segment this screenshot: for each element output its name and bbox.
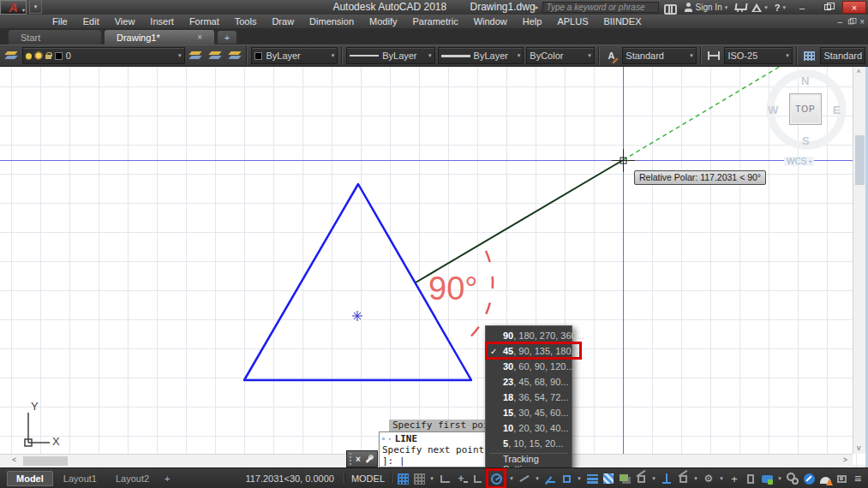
object-snap-button[interactable]: [559, 471, 574, 486]
annotation-scale-button[interactable]: +: [727, 471, 742, 486]
lineweight-dropdown[interactable]: ByLayer ▾: [438, 47, 524, 64]
vertical-scroll-thumb[interactable]: [855, 135, 865, 185]
search-expand-icon[interactable]: ▸: [536, 3, 539, 11]
menu-parametric[interactable]: Parametric: [404, 15, 465, 28]
wcs-dropdown[interactable]: WCS ▾: [784, 157, 814, 166]
menu-view[interactable]: View: [107, 15, 143, 28]
layer-properties-button[interactable]: [3, 47, 20, 64]
menu-item-90[interactable]: 90, 180, 270, 360...: [486, 328, 572, 343]
minimize-button[interactable]: –: [791, 1, 813, 14]
tab-model[interactable]: Model: [7, 471, 53, 486]
app-store-button[interactable]: [733, 1, 746, 14]
menu-item-45[interactable]: ✓ 45, 90, 135, 180...: [486, 343, 572, 359]
hardware-acceleration-button[interactable]: [801, 471, 817, 486]
plot-style-dropdown[interactable]: ByColor ▾: [526, 47, 594, 64]
tab-layout2[interactable]: Layout2: [107, 472, 158, 485]
tab-layout1[interactable]: Layout1: [55, 472, 105, 485]
text-style-button[interactable]: A: [603, 47, 620, 64]
lockui-flyout-button[interactable]: ▾: [775, 471, 784, 486]
menu-item-5[interactable]: 5, 10, 15, 20...: [486, 436, 572, 451]
snap-flyout-button[interactable]: ▾: [428, 471, 436, 486]
polar-flyout-button[interactable]: ▾: [507, 471, 516, 486]
lock-ui-button[interactable]: [759, 471, 775, 486]
menu-tools[interactable]: Tools: [227, 15, 265, 28]
menu-window[interactable]: Window: [466, 15, 515, 28]
doc-close-button[interactable]: ×: [859, 17, 865, 27]
command-window[interactable]: ▾ LINE Specify next point or [ ]: |: [379, 431, 495, 467]
dynamic-ucs-button[interactable]: [659, 471, 674, 486]
workspace-flyout-button[interactable]: ▾: [717, 471, 726, 486]
3dosnap-flyout-button[interactable]: ▾: [650, 471, 658, 486]
menu-dimension[interactable]: Dimension: [302, 15, 362, 28]
close-icon[interactable]: ×: [356, 455, 361, 464]
menu-help[interactable]: Help: [515, 15, 550, 28]
workspace-switching-button[interactable]: ⚙: [701, 471, 716, 486]
text-style-dropdown[interactable]: Standard ▾: [622, 47, 696, 64]
menu-modify[interactable]: Modify: [362, 15, 404, 28]
clean-screen-button[interactable]: [834, 471, 849, 486]
menu-insert[interactable]: Insert: [142, 15, 182, 28]
make-layer-current-button[interactable]: [188, 47, 205, 64]
osnap-flyout-button[interactable]: ▾: [575, 471, 584, 486]
sign-in-button[interactable]: Sign In ▾: [682, 1, 730, 14]
menu-item-23[interactable]: 23, 45, 68, 90...: [486, 374, 572, 390]
scroll-right-icon[interactable]: >: [843, 455, 847, 464]
menu-item-15[interactable]: 15, 30, 45, 60...: [486, 405, 572, 420]
transparency-button[interactable]: [601, 471, 616, 486]
ortho-mode-button[interactable]: [470, 471, 485, 486]
viewcube-north[interactable]: N: [801, 74, 809, 87]
viewcube-south[interactable]: S: [802, 134, 810, 147]
table-style-button[interactable]: [801, 47, 818, 64]
filter-flyout-button[interactable]: ▾: [691, 471, 700, 486]
match-layer-button[interactable]: [207, 47, 224, 64]
annotation-visibility-button[interactable]: [743, 471, 758, 486]
help-button[interactable]: ? ▾: [773, 1, 787, 14]
viewcube-west[interactable]: W: [768, 104, 778, 116]
menu-edit[interactable]: Edit: [75, 15, 107, 28]
drag-grip-icon[interactable]: [350, 453, 352, 465]
menu-aplus[interactable]: APLUS: [549, 15, 596, 28]
scroll-up-icon[interactable]: ^: [857, 68, 860, 77]
color-dropdown[interactable]: ByLayer ▾: [251, 47, 338, 64]
search-input[interactable]: [542, 2, 659, 13]
drawing-canvas[interactable]: 90° N W E S TOP WCS ▾ Y X Relative Polar…: [0, 67, 868, 467]
isolate-objects-button[interactable]: [785, 471, 800, 486]
lineweight-display-button[interactable]: [584, 471, 600, 486]
snap-mode-button[interactable]: [437, 471, 452, 486]
menu-format[interactable]: Format: [182, 15, 227, 28]
dim-style-button[interactable]: [705, 47, 722, 64]
polar-tracking-button[interactable]: [488, 471, 504, 486]
vertical-scrollbar[interactable]: ^ v: [853, 67, 865, 454]
model-space-button[interactable]: MODEL: [344, 473, 392, 484]
command-input-line[interactable]: ]: |: [382, 455, 492, 467]
viewcube-top-face[interactable]: TOP: [789, 93, 822, 125]
command-dock[interactable]: ×: [346, 450, 378, 467]
table-style-dropdown[interactable]: Standard: [820, 47, 865, 64]
scroll-left-icon[interactable]: <: [12, 455, 16, 464]
menu-item-10[interactable]: 10, 20, 30, 40...: [486, 420, 572, 436]
doc-restore-button[interactable]: [848, 19, 853, 24]
performance-monitor-button[interactable]: [817, 471, 833, 486]
autodesk-exchange-button[interactable]: ▾: [750, 1, 769, 14]
menu-item-30[interactable]: 30, 60, 90, 120...: [486, 359, 572, 374]
search-button[interactable]: [662, 1, 679, 14]
viewcube-east[interactable]: E: [833, 104, 841, 116]
menu-file[interactable]: File: [45, 15, 75, 28]
iso-flyout-button[interactable]: ▾: [533, 471, 542, 486]
menu-item-18[interactable]: 18, 36, 54, 72...: [486, 390, 572, 405]
dim-style-dropdown[interactable]: ISO-25 ▾: [724, 47, 792, 64]
menu-draw[interactable]: Draw: [264, 15, 302, 28]
wrench-icon[interactable]: [364, 455, 374, 464]
horizontal-scroll-thumb[interactable]: [23, 456, 68, 466]
3d-object-snap-button[interactable]: [633, 471, 649, 486]
layer-previous-button[interactable]: [226, 47, 243, 64]
tab-drawing1[interactable]: Drawing1* ×: [105, 30, 214, 45]
new-tab-button[interactable]: +: [218, 31, 236, 44]
customization-button[interactable]: ≡: [850, 471, 865, 486]
close-button[interactable]: ×: [842, 1, 866, 14]
linetype-dropdown[interactable]: ByLayer ▾: [346, 47, 434, 64]
object-snap-tracking-button[interactable]: [542, 471, 558, 486]
snap-grid-button[interactable]: [411, 471, 427, 486]
tab-close-icon[interactable]: ×: [197, 33, 202, 42]
selection-filtering-button[interactable]: [675, 471, 691, 486]
